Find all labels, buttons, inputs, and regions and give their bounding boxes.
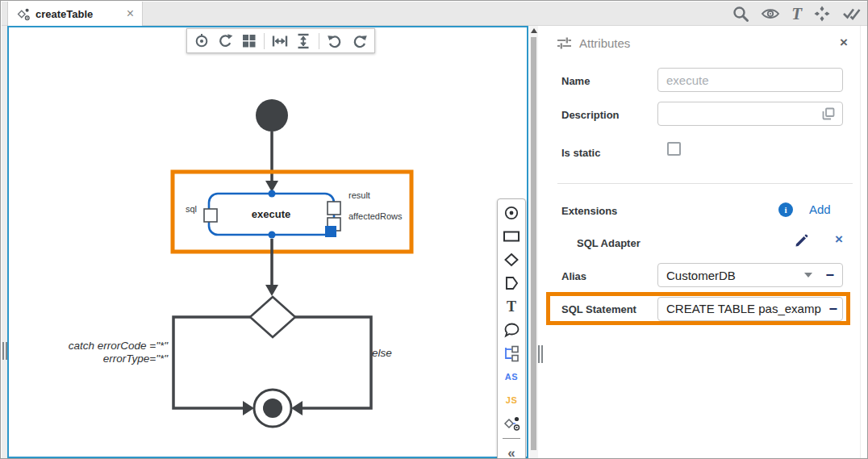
decision-node[interactable] <box>250 297 295 337</box>
else-label: else <box>372 347 392 359</box>
is-static-checkbox[interactable] <box>667 142 681 156</box>
comment-shape-icon[interactable] <box>501 321 522 339</box>
grid-icon[interactable] <box>241 33 257 48</box>
scrollbar-thumb[interactable] <box>531 37 536 450</box>
port-label-sql: sql <box>186 204 197 214</box>
panel-title: Attributes <box>579 36 833 50</box>
extensions-label: Extensions <box>561 205 617 217</box>
sql-statement-input[interactable] <box>657 297 843 321</box>
tab-bar: createTable × T <box>2 2 868 26</box>
fit-height-icon[interactable] <box>295 33 311 49</box>
collapse-palette-icon[interactable]: « <box>501 444 522 459</box>
end-event-node[interactable] <box>254 390 291 427</box>
attributes-panel: Attributes × Name Description Is static … <box>543 26 861 459</box>
arrowhead <box>291 401 303 415</box>
workflow-shape-icon[interactable] <box>501 415 522 432</box>
eye-icon[interactable] <box>761 5 780 23</box>
expand-editor-icon[interactable] <box>822 107 835 123</box>
description-label: Description <box>561 109 620 121</box>
mapping-shape-icon[interactable] <box>501 344 522 362</box>
topbar-actions: T <box>732 2 862 26</box>
catch-label-line2: errorType="*" <box>103 353 169 365</box>
start-event-node[interactable] <box>256 99 288 131</box>
tab-createtable[interactable]: createTable × <box>7 2 143 26</box>
activity-shape-icon[interactable] <box>501 227 522 245</box>
fit-width-icon[interactable] <box>272 33 288 49</box>
attributes-panel-header: Attributes × <box>543 26 860 60</box>
panel-close-icon[interactable]: × <box>840 35 848 51</box>
remove-alias-icon[interactable]: − <box>825 268 834 282</box>
remove-adapter-icon[interactable]: × <box>835 232 843 246</box>
double-check-icon[interactable] <box>842 5 862 23</box>
alias-label: Alias <box>561 270 586 282</box>
input-port-sql[interactable] <box>204 209 217 222</box>
info-icon[interactable]: i <box>778 202 793 217</box>
scroll-up-icon[interactable] <box>531 28 537 33</box>
top-anchor-dot[interactable] <box>269 190 276 198</box>
decision-shape-icon[interactable] <box>501 251 522 269</box>
resize-handle[interactable] <box>325 226 336 237</box>
name-label: Name <box>561 75 590 87</box>
bottom-anchor-dot[interactable] <box>269 232 276 239</box>
javascript-icon[interactable]: JS <box>501 391 522 409</box>
locate-icon[interactable] <box>194 33 210 49</box>
dropdown-caret-icon[interactable] <box>804 273 812 277</box>
arrowhead <box>265 285 278 296</box>
add-extension-link[interactable]: Add <box>809 202 831 216</box>
edge-else-branch[interactable] <box>295 317 371 408</box>
palette-separator <box>503 438 520 439</box>
condition-shape-icon[interactable] <box>501 274 522 292</box>
remove-sql-statement-icon[interactable]: − <box>828 302 837 316</box>
canvas-toolbar <box>186 28 375 53</box>
app-window: createTable × T <box>0 0 868 459</box>
workflow-canvas[interactable]: execute sql result affectedRows catch er… <box>7 26 528 458</box>
edit-adapter-icon[interactable] <box>795 234 808 251</box>
redo-icon[interactable] <box>351 33 368 49</box>
undo-icon[interactable] <box>327 33 344 49</box>
workflow-tab-icon <box>16 7 30 21</box>
catch-label-line1: catch errorCode ="*" <box>69 340 169 352</box>
text-annotation-icon[interactable]: T <box>501 298 522 315</box>
left-splitter[interactable] <box>2 26 7 459</box>
sql-adapter-label: SQL Adapter <box>577 237 641 249</box>
alias-select[interactable]: CustomerDB − <box>657 263 843 287</box>
shape-palette: T AS JS « <box>497 198 526 459</box>
text-icon[interactable]: T <box>791 6 802 22</box>
toolbar-separator <box>264 33 265 49</box>
is-static-label: Is static <box>561 147 600 159</box>
canvas-scrollbar[interactable] <box>529 26 538 458</box>
workflow-diagram[interactable]: execute sql result affectedRows catch er… <box>9 27 527 457</box>
tab-close-icon[interactable]: × <box>127 7 134 20</box>
name-input[interactable] <box>657 68 843 92</box>
assign-script-icon[interactable]: AS <box>501 368 522 386</box>
alias-value: CustomerDB <box>666 269 804 282</box>
refresh-icon[interactable] <box>217 33 234 49</box>
execute-activity-node[interactable]: execute <box>204 190 340 239</box>
tab-label: createTable <box>35 8 121 20</box>
section-divider <box>557 183 853 184</box>
description-input[interactable] <box>657 102 843 126</box>
edge-catch-branch[interactable] <box>173 317 250 408</box>
sql-statement-label: SQL Statement <box>561 303 636 315</box>
attributes-icon <box>557 36 572 50</box>
search-icon[interactable] <box>732 5 749 23</box>
event-shape-icon[interactable] <box>501 204 522 222</box>
port-label-affectedrows: affectedRows <box>348 211 403 221</box>
activity-label: execute <box>252 208 290 220</box>
cluster-icon[interactable] <box>813 5 831 23</box>
arrowhead <box>243 401 254 415</box>
output-port-result[interactable] <box>328 202 340 215</box>
sql-statement-field: − <box>657 297 843 321</box>
port-label-result: result <box>348 190 370 200</box>
toolbar-separator <box>319 33 319 49</box>
